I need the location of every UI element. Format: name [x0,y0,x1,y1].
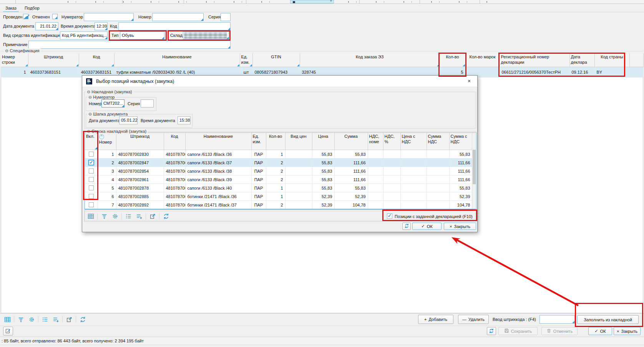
spec-cell[interactable]: 1 [1,67,28,78]
column-header[interactable]: Ед. изм. [240,53,252,67]
data-doc-input[interactable]: 21.01.22 [35,22,58,30]
dialog-seria-input[interactable] [141,99,154,107]
dialog-nomer-input[interactable]: СМТ202... [101,99,124,107]
dialog-seria-label: Серия [128,101,140,107]
otmenen-checkbox[interactable] [52,14,58,19]
cross-icon: × [450,224,452,229]
spec-cell[interactable] [629,67,643,78]
dialog-ok-button[interactable]: ✓ ОК [412,223,442,230]
ok-button[interactable]: ✓ ОК [588,327,612,335]
filter-icon[interactable] [17,315,25,324]
toolbar-separator [62,316,63,323]
app-window: × Заказ Подбор Проведен Отменен Нумерато… [0,0,644,347]
column-header[interactable]: Штрихкод [28,53,79,67]
toolbar-separator [14,316,14,323]
refresh-button[interactable] [487,327,496,335]
column-header[interactable]: Код страны [594,53,629,67]
spec-toolbar-icons [3,315,87,324]
status-bar: : 85 байт, всего отправлено: 86 443 байт… [0,337,644,345]
check-icon: ✓ [421,224,425,229]
column-header[interactable]: Код [79,53,114,67]
numerator-input[interactable] [84,13,134,21]
dialog-refresh-button[interactable] [402,223,411,230]
column-header[interactable]: Наименование [114,53,240,67]
vremya-doc-label: Время документа [61,23,95,29]
vid-sredstva-label: Вид средства идентификации [3,33,62,38]
tip-input[interactable]: Обувь [120,31,164,40]
seria-label: Серия [208,14,221,20]
naklad-group-label[interactable]: Накладная (закупка) [86,89,133,94]
bottom-strip [0,345,644,347]
app-logo-icon [86,78,92,85]
close-tab-icon[interactable]: × [330,0,332,3]
nomer-label: Номер [138,14,151,20]
barcode-input[interactable] [539,315,575,324]
active-document-tab[interactable]: × [290,0,334,3]
column-header[interactable]: Код заказа ЭЗ [300,53,440,67]
column-header[interactable]: Регистрационный номер декларации [500,53,569,67]
column-header[interactable]: Дата деклара [569,53,594,67]
dialog-close-button[interactable]: × Закрыть [444,223,476,230]
dialog-data-doc-input[interactable]: 05.01.22 [119,116,138,124]
tab-bar: Заказ Подбор [0,4,644,12]
stroka-group-label[interactable]: Строка накладной (закупка) [86,129,148,134]
sklad-censored-value [184,32,227,39]
save-disk-icon [504,328,509,334]
proveden-checkbox[interactable] [23,14,28,19]
plus-icon: + [424,317,427,322]
toolbar-separator [38,316,38,323]
spec-cell[interactable]: 06611/271216/0056370ТестРН [500,67,569,78]
cancel-button[interactable]: Отменить [541,327,578,335]
fill-from-invoice-button[interactable]: Заполнить из накладной [577,315,639,324]
refresh-icon[interactable] [78,315,87,324]
proveden-label: Проведен [3,14,22,20]
add-button[interactable]: + Добавить [418,315,453,324]
kod-input[interactable] [118,22,231,30]
tab-podbor[interactable]: Подбор [22,5,42,12]
primechanie-label: Примечание [3,42,28,48]
tab-zakaz[interactable]: Заказ [3,5,19,12]
barcode-label: Ввод штрихкода : (F4) [493,317,536,322]
column-header[interactable]: Номер строки [1,53,28,67]
dialog-data-doc-label: Дата документа [89,118,120,124]
dialog-nomer-label: Номер [89,101,102,107]
edit-pencil-icon [5,328,11,335]
column-header[interactable]: Кол-во [440,53,465,67]
seria-input[interactable] [221,13,231,21]
column-header[interactable] [629,53,643,67]
primechanie-input[interactable] [28,41,231,49]
vremya-doc-input[interactable]: 12:39 [95,22,108,30]
dialog-vremya-doc-input[interactable]: 15:38 [178,116,191,124]
list-add-icon[interactable] [51,315,60,324]
dialog-close-icon[interactable]: × [466,78,473,84]
numbered-list-icon[interactable] [41,315,49,324]
spec-cell[interactable]: 4603373683151 [28,67,79,78]
save-button[interactable]: Сохранить [498,327,538,335]
invoice-positions-dialog: Выбор позиций накладных (закупка) × Накл… [82,75,478,232]
status-text: : 85 байт, всего отправлено: 86 443 байт… [2,339,144,343]
spec-cell[interactable]: BY [594,67,629,78]
dialog-title: Выбор позиций накладных (закупка) [96,79,174,84]
spec-table[interactable]: Номер строкиШтрихкодКодНаименованиеЕд. и… [1,53,644,78]
background-tab-fragments [58,1,288,3]
close-button[interactable]: × Закрыть [614,327,641,335]
delete-button[interactable]: — Удалить [458,315,489,324]
gear-icon[interactable] [27,315,36,324]
column-header[interactable]: Кол-во марок [465,53,500,67]
spec-group-label[interactable]: Спецификация [4,48,41,53]
export-icon[interactable] [65,315,73,324]
column-header[interactable]: GTIN [252,53,300,67]
vid-sredstva-input[interactable]: Код РБ идентификац... [60,31,108,40]
dialog-vremya-doc-label: Время документа [141,118,175,124]
dialog-title-bar[interactable]: Выбор позиций накладных (закупка) × [82,76,477,87]
minus-icon: — [462,317,466,322]
spec-cell[interactable]: 09.12.16 [569,67,594,78]
grid-icon[interactable] [3,315,12,324]
cross-icon: × [617,329,619,334]
refresh-icon [404,223,409,229]
top-tab-strip: × [0,0,644,4]
stroka-group-box [84,131,476,222]
data-doc-label: Дата документа [3,23,34,29]
nomer-input[interactable] [152,13,204,21]
edit-button[interactable] [3,327,13,335]
